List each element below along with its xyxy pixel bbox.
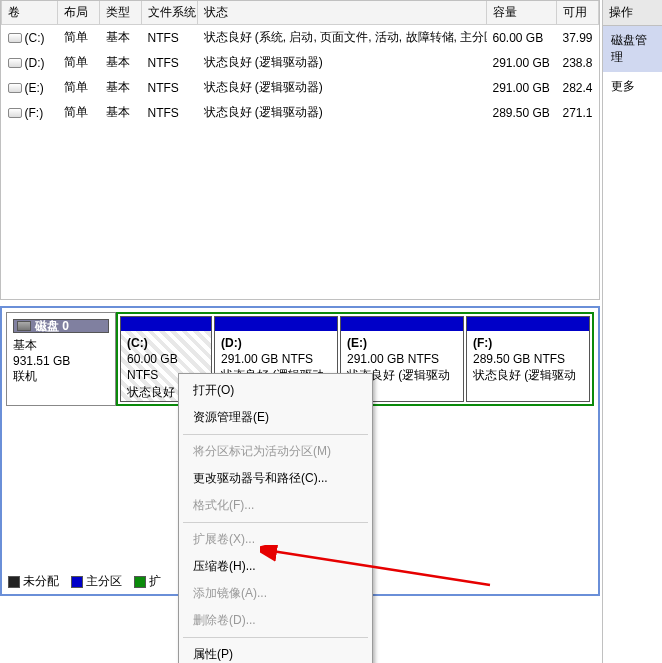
table-row[interactable]: (C:)简单基本NTFS状态良好 (系统, 启动, 页面文件, 活动, 故障转储… (2, 25, 599, 51)
volume-table[interactable]: 卷 布局 类型 文件系统 状态 容量 可用 (C:)简单基本NTFS状态良好 (… (0, 0, 600, 300)
col-fs[interactable]: 文件系统 (142, 1, 198, 25)
menu-mark-active: 将分区标记为活动分区(M) (179, 438, 372, 465)
menu-extend: 扩展卷(X)... (179, 526, 372, 553)
part-f-letter: (F:) (473, 336, 492, 350)
menu-properties[interactable]: 属性(P) (179, 641, 372, 663)
table-row[interactable]: (E:)简单基本NTFS状态良好 (逻辑驱动器)291.00 GB282.4 (2, 75, 599, 100)
col-capacity[interactable]: 容量 (487, 1, 557, 25)
col-type[interactable]: 类型 (100, 1, 142, 25)
disk-kind: 基本 (13, 338, 37, 352)
disk-icon (17, 321, 31, 331)
volume-icon (8, 83, 22, 93)
side-panel: 操作 磁盘管理 更多 (602, 0, 662, 663)
column-header-row[interactable]: 卷 布局 类型 文件系统 状态 容量 可用 (2, 1, 599, 25)
disk-state: 联机 (13, 369, 37, 383)
menu-explorer[interactable]: 资源管理器(E) (179, 404, 372, 431)
col-free[interactable]: 可用 (557, 1, 599, 25)
disk-size: 931.51 GB (13, 354, 70, 368)
part-f-status: 状态良好 (逻辑驱动 (473, 368, 576, 382)
side-more[interactable]: 更多 (603, 72, 662, 101)
part-c-size: 60.00 GB NTFS (127, 352, 178, 382)
part-f-size: 289.50 GB NTFS (473, 352, 565, 366)
legend-unallocated: 未分配 (23, 574, 59, 588)
side-header: 操作 (603, 0, 662, 26)
disk-title: 磁盘 0 (35, 318, 69, 335)
volume-list: 卷 布局 类型 文件系统 状态 容量 可用 (C:)简单基本NTFS状态良好 (… (1, 1, 599, 125)
volume-icon (8, 33, 22, 43)
legend-extended: 扩 (149, 574, 161, 588)
part-d-size: 291.00 GB NTFS (221, 352, 313, 366)
part-e-letter: (E:) (347, 336, 367, 350)
side-disk-mgmt[interactable]: 磁盘管理 (603, 26, 662, 72)
legend-primary: 主分区 (86, 574, 122, 588)
part-c-letter: (C:) (127, 336, 148, 350)
menu-shrink[interactable]: 压缩卷(H)... (179, 553, 372, 580)
part-e-size: 291.00 GB NTFS (347, 352, 439, 366)
menu-open[interactable]: 打开(O) (179, 377, 372, 404)
volume-icon (8, 58, 22, 68)
menu-add-mirror: 添加镜像(A)... (179, 580, 372, 607)
partition-f[interactable]: (F:) 289.50 GB NTFS 状态良好 (逻辑驱动 (466, 316, 590, 402)
menu-delete: 删除卷(D)... (179, 607, 372, 634)
context-menu: 打开(O) 资源管理器(E) 将分区标记为活动分区(M) 更改驱动器号和路径(C… (178, 373, 373, 663)
col-status[interactable]: 状态 (198, 1, 487, 25)
menu-format: 格式化(F)... (179, 492, 372, 519)
col-volume[interactable]: 卷 (2, 1, 58, 25)
menu-change-letter[interactable]: 更改驱动器号和路径(C)... (179, 465, 372, 492)
table-row[interactable]: (F:)简单基本NTFS状态良好 (逻辑驱动器)289.50 GB271.1 (2, 100, 599, 125)
disk-0-label[interactable]: 磁盘 0 基本 931.51 GB 联机 (6, 312, 116, 406)
part-d-letter: (D:) (221, 336, 242, 350)
volume-icon (8, 108, 22, 118)
table-row[interactable]: (D:)简单基本NTFS状态良好 (逻辑驱动器)291.00 GB238.8 (2, 50, 599, 75)
col-layout[interactable]: 布局 (58, 1, 100, 25)
legend: 未分配 主分区 扩 (8, 573, 161, 590)
